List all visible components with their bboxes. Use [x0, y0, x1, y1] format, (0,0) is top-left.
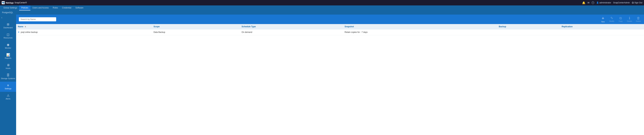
delete-button[interactable]: 🗑 Delete [634, 16, 643, 23]
table-row[interactable]: ≡ psql online backup Data Backup On dema… [16, 29, 644, 35]
tab-software-label: Software [75, 6, 83, 9]
monitor-icon: ◉ [7, 43, 10, 46]
tab-global-settings[interactable]: Global Settings [1, 5, 19, 10]
new-button-label: New [601, 21, 605, 23]
column-schedule-type-label: Schedule Type [242, 25, 256, 28]
column-header-name: Name ⇅ [16, 24, 152, 29]
column-snapshot-label: Snapshot [344, 25, 354, 28]
username-label: administrator [599, 1, 611, 4]
sidebar-item-storage-systems[interactable]: 🗄 Storage Systems [0, 71, 16, 82]
svg-rect-2 [2, 2, 3, 2]
netapp-text: NetApp [6, 1, 14, 4]
hosts-icon: 🖥 [6, 64, 10, 67]
tab-software[interactable]: Software [73, 5, 85, 10]
table-header-row: Name ⇅ Scope Schedule Type Snapshot [16, 24, 644, 29]
details-button[interactable]: ℹ Details [625, 16, 634, 23]
tab-credential[interactable]: Credential [60, 5, 73, 10]
cell-snapshot: Retain copies for : 7 days [343, 29, 497, 35]
sidebar: ‹ ⊞ Dashboard ◫ Resources ◉ Monitor 📊 Re… [0, 14, 16, 135]
brand-name: NetApp SnapCenter® [6, 1, 27, 4]
toolbar: + New ✎ Modify ⧉ Copy ℹ Details 🗑 Delete [16, 14, 644, 24]
sidebar-item-storage-systems-label: Storage Systems [1, 77, 15, 79]
sidebar-item-monitor[interactable]: ◉ Monitor [0, 41, 16, 51]
sidebar-item-settings[interactable]: ≡ Settings [0, 82, 16, 92]
copy-button[interactable]: ⧉ Copy [616, 16, 625, 23]
sidebar-item-dashboard-label: Dashboard [4, 27, 13, 29]
details-button-label: Details [627, 20, 632, 22]
bell-icon: 🔔 [582, 1, 586, 4]
bell-button[interactable]: 🔔 [582, 1, 586, 4]
signout-button[interactable]: ⏻ Sign Out [632, 1, 642, 4]
delete-button-label: Delete [636, 20, 641, 22]
row-snapshot-value: Retain copies for : 7 days [344, 31, 368, 33]
sidebar-item-settings-label: Settings [5, 88, 12, 90]
sidebar-item-resources[interactable]: ◫ Resources [0, 31, 16, 41]
brand-area: NetApp SnapCenter® [2, 1, 27, 4]
tab-users-and-access[interactable]: Users and Access [30, 5, 51, 10]
sidebar-item-hosts[interactable]: 🖥 Hosts [0, 61, 16, 71]
help-icon: ? [592, 1, 594, 4]
svg-rect-0 [2, 2, 3, 3]
help-button[interactable]: ? [592, 1, 594, 4]
instance-label: SnapCenterAdmin [613, 1, 630, 4]
column-scope-label: Scope [154, 25, 160, 28]
delete-icon: 🗑 [637, 16, 640, 20]
signout-label: Sign Out [634, 1, 642, 4]
cell-backup [497, 29, 560, 35]
search-input[interactable] [19, 17, 56, 21]
row-schedule-type-value: On demand [242, 31, 252, 33]
new-icon: + [602, 16, 604, 20]
details-icon: ℹ [629, 16, 630, 20]
new-button[interactable]: + New [599, 15, 607, 23]
tab-policies[interactable]: Policies [19, 5, 30, 10]
dashboard-icon: ⊞ [7, 23, 9, 26]
column-name-label: Name [18, 25, 24, 28]
copy-icon: ⧉ [620, 16, 622, 20]
sidebar-item-resources-label: Resources [4, 37, 12, 39]
tab-credential-label: Credential [62, 6, 71, 9]
row-name-value: psql online backup [21, 31, 38, 33]
sidebar-collapse-button[interactable]: ‹ [0, 14, 16, 21]
snapcenter-admin-label[interactable]: SnapCenterAdmin [613, 1, 630, 4]
cell-scope: Data Backup [152, 29, 240, 35]
content-area: + New ✎ Modify ⧉ Copy ℹ Details 🗑 Delete [16, 14, 644, 135]
policies-table: Name ⇅ Scope Schedule Type Snapshot [16, 24, 644, 35]
tab-policies-label: Policies [21, 6, 28, 9]
modify-button[interactable]: ✎ Modify [608, 16, 616, 23]
tab-roles[interactable]: Roles [51, 5, 60, 10]
reports-icon: 📊 [6, 53, 10, 56]
sidebar-item-alerts[interactable]: ⚠ Alerts [0, 92, 16, 102]
breadcrumb-text: PostgreSQL [2, 11, 13, 14]
column-header-scope: Scope [152, 24, 240, 29]
cell-schedule-type: On demand [240, 29, 343, 35]
column-header-snapshot: Snapshot [343, 24, 497, 29]
user-info[interactable]: 👤 administrator [596, 1, 611, 4]
policy-db-icon: ≡ [18, 31, 19, 34]
column-replication-label: Replication [562, 25, 573, 28]
alerts-icon: ⚠ [7, 94, 10, 97]
netapp-logo-icon [2, 1, 5, 4]
mail-icon: ✉ [588, 1, 590, 4]
top-navbar: NetApp SnapCenter® 🔔 ✉ ? 👤 administrator… [0, 0, 644, 5]
column-backup-label: Backup [499, 25, 506, 28]
mail-button[interactable]: ✉ [588, 1, 590, 4]
sidebar-item-reports[interactable]: 📊 Reports [0, 51, 16, 61]
sidebar-item-hosts-label: Hosts [6, 67, 10, 69]
top-nav-right: 🔔 ✉ ? 👤 administrator SnapCenterAdmin ⏻ … [582, 1, 642, 4]
signout-icon: ⏻ [632, 1, 634, 4]
sidebar-item-dashboard[interactable]: ⊞ Dashboard [0, 21, 16, 31]
tab-global-settings-label: Global Settings [4, 6, 17, 9]
svg-rect-1 [4, 2, 4, 3]
column-header-backup: Backup [497, 24, 560, 29]
main-layout: ‹ ⊞ Dashboard ◫ Resources ◉ Monitor 📊 Re… [0, 14, 644, 135]
collapse-icon: ‹ [1, 16, 2, 19]
copy-button-label: Copy [619, 20, 622, 22]
settings-icon: ≡ [7, 84, 9, 87]
policy-name-cell: ≡ psql online backup [18, 31, 150, 34]
storage-systems-icon: 🗄 [6, 74, 10, 77]
cell-replication [560, 29, 644, 35]
toolbar-search-area [18, 17, 598, 21]
modify-button-label: Modify [610, 20, 614, 22]
sort-name-icon[interactable]: ⇅ [24, 26, 26, 28]
tab-roles-label: Roles [53, 6, 58, 9]
